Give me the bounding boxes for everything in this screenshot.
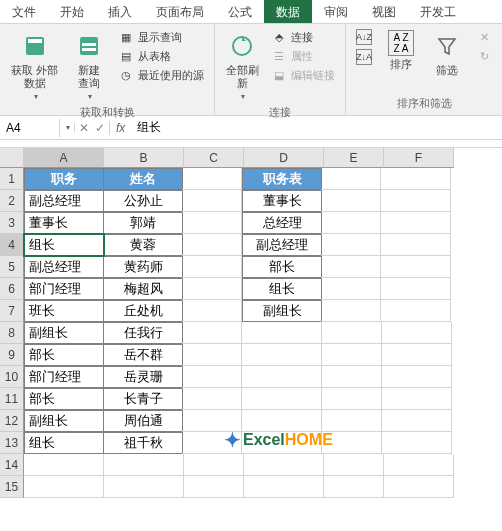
row-header-2[interactable]: 2: [0, 190, 24, 212]
cell-F6[interactable]: [381, 278, 451, 300]
col-header-F[interactable]: F: [384, 148, 454, 168]
cell-D14[interactable]: [244, 454, 324, 476]
row-header-3[interactable]: 3: [0, 212, 24, 234]
connections-button[interactable]: ⬘连接: [267, 28, 339, 46]
cell-B14[interactable]: [104, 454, 184, 476]
tab-开始[interactable]: 开始: [48, 0, 96, 23]
row-header-8[interactable]: 8: [0, 322, 24, 344]
recent-sources-button[interactable]: ◷最近使用的源: [114, 66, 208, 84]
cell-F13[interactable]: [382, 432, 452, 454]
tab-数据[interactable]: 数据: [264, 0, 312, 23]
cell-A7[interactable]: 班长: [24, 300, 104, 322]
cell-C4[interactable]: [182, 234, 242, 256]
cell-E4[interactable]: [321, 234, 381, 256]
cell-F3[interactable]: [381, 212, 451, 234]
cell-D10[interactable]: [242, 366, 322, 388]
cell-B8[interactable]: 任我行: [103, 322, 183, 344]
cell-F2[interactable]: [381, 190, 451, 212]
show-queries-button[interactable]: ▦显示查询: [114, 28, 208, 46]
tab-审阅[interactable]: 审阅: [312, 0, 360, 23]
cell-D15[interactable]: [244, 476, 324, 498]
cell-A9[interactable]: 部长: [24, 344, 104, 366]
sort-button[interactable]: A ZZ A 排序: [380, 28, 422, 73]
cell-B13[interactable]: 祖千秋: [103, 432, 183, 454]
cell-E15[interactable]: [324, 476, 384, 498]
cell-E7[interactable]: [321, 300, 381, 322]
cell-A10[interactable]: 部门经理: [24, 366, 104, 388]
row-header-13[interactable]: 13: [0, 432, 24, 454]
cell-D1[interactable]: 职务表: [242, 168, 322, 190]
row-header-14[interactable]: 14: [0, 454, 24, 476]
cell-A3[interactable]: 董事长: [24, 212, 104, 234]
cell-F9[interactable]: [382, 344, 452, 366]
refresh-all-button[interactable]: 全部刷新 ▾: [221, 28, 263, 103]
cell-A12[interactable]: 副组长: [24, 410, 104, 432]
cell-A5[interactable]: 副总经理: [24, 256, 104, 278]
cell-D11[interactable]: [242, 388, 322, 410]
cell-C5[interactable]: [182, 256, 242, 278]
cell-B15[interactable]: [104, 476, 184, 498]
cell-C9[interactable]: [182, 344, 242, 366]
cell-C14[interactable]: [184, 454, 244, 476]
row-header-10[interactable]: 10: [0, 366, 24, 388]
cell-F15[interactable]: [384, 476, 454, 498]
tab-视图[interactable]: 视图: [360, 0, 408, 23]
cell-E3[interactable]: [321, 212, 381, 234]
cell-E9[interactable]: [322, 344, 382, 366]
cell-D2[interactable]: 董事长: [242, 190, 322, 212]
cell-A1[interactable]: 职务: [24, 168, 104, 190]
cell-F1[interactable]: [381, 168, 451, 190]
cell-A2[interactable]: 副总经理: [24, 190, 104, 212]
cell-E1[interactable]: [321, 168, 381, 190]
cell-D5[interactable]: 部长: [242, 256, 322, 278]
cell-A11[interactable]: 部长: [24, 388, 104, 410]
cell-E5[interactable]: [321, 256, 381, 278]
row-header-1[interactable]: 1: [0, 168, 24, 190]
tab-文件[interactable]: 文件: [0, 0, 48, 23]
cell-F14[interactable]: [384, 454, 454, 476]
tab-插入[interactable]: 插入: [96, 0, 144, 23]
sort-desc-button[interactable]: Z↓A: [352, 48, 376, 66]
cell-F4[interactable]: [381, 234, 451, 256]
cell-D8[interactable]: [242, 322, 322, 344]
fx-icon[interactable]: fx: [110, 121, 131, 135]
col-header-A[interactable]: A: [24, 148, 104, 168]
cell-F5[interactable]: [381, 256, 451, 278]
cell-D7[interactable]: 副组长: [242, 300, 322, 322]
cell-B1[interactable]: 姓名: [103, 168, 183, 190]
row-header-12[interactable]: 12: [0, 410, 24, 432]
cell-F7[interactable]: [381, 300, 451, 322]
tab-公式[interactable]: 公式: [216, 0, 264, 23]
cell-B12[interactable]: 周伯通: [103, 410, 183, 432]
cell-B10[interactable]: 岳灵珊: [103, 366, 183, 388]
cell-E11[interactable]: [322, 388, 382, 410]
col-header-C[interactable]: C: [184, 148, 244, 168]
cell-B2[interactable]: 公孙止: [103, 190, 183, 212]
new-query-button[interactable]: 新建 查询 ▾: [68, 28, 110, 103]
cell-C3[interactable]: [182, 212, 242, 234]
cell-E2[interactable]: [321, 190, 381, 212]
cell-A8[interactable]: 副组长: [24, 322, 104, 344]
cell-B5[interactable]: 黄药师: [103, 256, 183, 278]
cell-F12[interactable]: [382, 410, 452, 432]
cell-C1[interactable]: [182, 168, 242, 190]
cell-B9[interactable]: 岳不群: [103, 344, 183, 366]
from-table-button[interactable]: ▤从表格: [114, 47, 208, 65]
cell-D4[interactable]: 副总经理: [242, 234, 322, 256]
cell-F8[interactable]: [382, 322, 452, 344]
row-header-11[interactable]: 11: [0, 388, 24, 410]
cell-C11[interactable]: [182, 388, 242, 410]
get-external-data-button[interactable]: 获取 外部数据 ▾: [6, 28, 64, 103]
cell-B3[interactable]: 郭靖: [103, 212, 183, 234]
cell-A6[interactable]: 部门经理: [24, 278, 104, 300]
cell-B11[interactable]: 长青子: [103, 388, 183, 410]
tab-开发工[interactable]: 开发工: [408, 0, 468, 23]
sort-asc-button[interactable]: A↓Z: [352, 28, 376, 46]
select-all-corner[interactable]: [0, 148, 24, 168]
cell-A13[interactable]: 组长: [24, 432, 104, 454]
cell-A15[interactable]: [24, 476, 104, 498]
col-header-E[interactable]: E: [324, 148, 384, 168]
edit-links-button[interactable]: ⬓编辑链接: [267, 66, 339, 84]
cell-A14[interactable]: [24, 454, 104, 476]
cell-C7[interactable]: [182, 300, 242, 322]
